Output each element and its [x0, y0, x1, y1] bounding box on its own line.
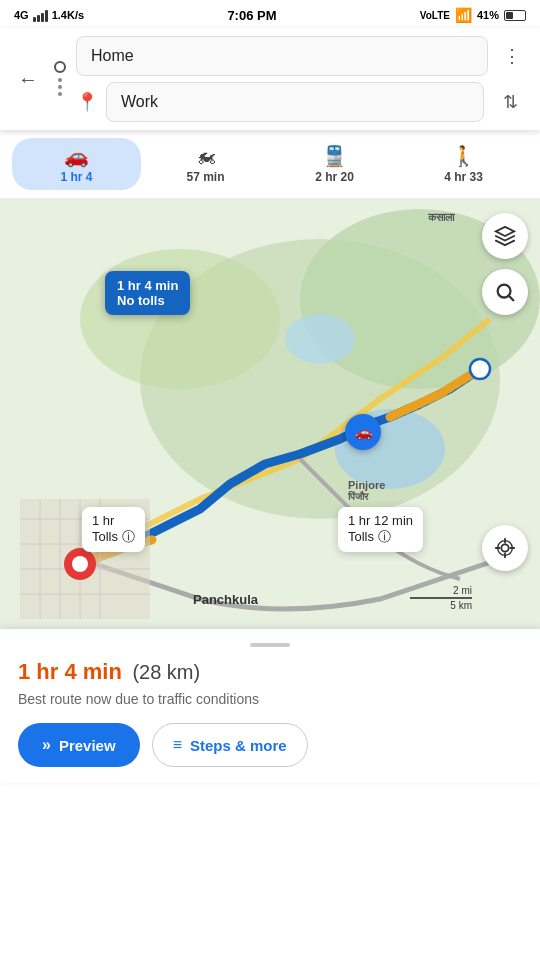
selected-route-bubble[interactable]: 1 hr 4 min No tolls: [105, 271, 190, 315]
svg-point-17: [470, 359, 490, 379]
transport-bar: 🚗 1 hr 4 🏍 57 min 🚆 2 hr 20 🚶 4 hr 33: [0, 130, 540, 199]
locate-me-button[interactable]: [482, 525, 528, 571]
svg-point-5: [285, 314, 355, 364]
signal-bars: [33, 9, 48, 22]
battery-percent: 41%: [477, 9, 499, 21]
preview-label: Preview: [59, 737, 116, 754]
wifi-icon: 📶: [455, 7, 472, 23]
transit-icon: 🚆: [322, 144, 347, 168]
status-bar: 4G 1.4K/s 7:06 PM VoLTE 📶 41%: [0, 0, 540, 28]
route-time: 1 hr 4 min: [18, 659, 122, 684]
steps-lines-icon: ≡: [173, 736, 182, 754]
action-buttons: » Preview ≡ Steps & more: [18, 723, 522, 767]
route-distance: (28 km): [132, 661, 200, 683]
transport-car[interactable]: 🚗 1 hr 4: [12, 138, 141, 190]
toll-route-1-line1: 1 hr: [92, 513, 135, 528]
bottom-handle: [250, 643, 290, 647]
layers-button[interactable]: [482, 213, 528, 259]
preview-chevron-icon: »: [42, 736, 51, 754]
motorcycle-time: 57 min: [186, 170, 224, 184]
walk-icon: 🚶: [451, 144, 476, 168]
svg-point-3: [80, 249, 280, 389]
route-summary: 1 hr 4 min (28 km): [18, 659, 522, 685]
car-time: 1 hr 4: [60, 170, 92, 184]
scale-mi: 2 mi: [453, 585, 472, 596]
map-car-label: 🚗: [345, 414, 381, 450]
svg-point-16: [72, 556, 88, 572]
status-left: 4G 1.4K/s: [14, 9, 84, 22]
search-icon: [494, 281, 516, 303]
to-input[interactable]: [106, 82, 484, 122]
map-svg: [0, 199, 540, 629]
map-area: 🚗 1 hr 4 min No tolls 1 hr Tolls ⓘ 1 hr …: [0, 199, 540, 629]
transit-time: 2 hr 20: [315, 170, 354, 184]
speed-label: 1.4K/s: [52, 9, 84, 21]
route-connector-dots: [58, 78, 62, 96]
map-search-button[interactable]: [482, 269, 528, 315]
map-car-icon: 🚗: [355, 424, 372, 440]
preview-button[interactable]: » Preview: [18, 723, 140, 767]
bottom-panel: 1 hr 4 min (28 km) Best route now due to…: [0, 629, 540, 783]
volte-label: VoLTE: [420, 10, 450, 21]
transport-motorcycle[interactable]: 🏍 57 min: [141, 139, 270, 190]
car-icon: 🚗: [64, 144, 89, 168]
steps-button[interactable]: ≡ Steps & more: [152, 723, 308, 767]
search-area: ← ⋮ 📍 ⇅: [0, 28, 540, 130]
origin-dot: [54, 61, 66, 73]
status-right: VoLTE 📶 41%: [420, 7, 526, 23]
locate-icon: [494, 537, 516, 559]
route-bubble-line1: 1 hr 4 min: [117, 278, 178, 293]
steps-label: Steps & more: [190, 737, 287, 754]
pinjore-label: Pinjore पिंजौर: [348, 479, 385, 503]
battery-icon: [504, 10, 526, 21]
scale-bar: 2 mi 5 km: [410, 585, 472, 611]
destination-pin-icon: 📍: [76, 91, 98, 113]
more-options-button[interactable]: ⋮: [496, 40, 528, 72]
walk-time: 4 hr 33: [444, 170, 483, 184]
svg-line-19: [509, 296, 514, 301]
scale-km: 5 km: [450, 600, 472, 611]
kasala-label: कसाला: [428, 211, 454, 224]
time-display: 7:06 PM: [227, 8, 276, 23]
toll-route-1[interactable]: 1 hr Tolls ⓘ: [82, 507, 145, 552]
transport-transit[interactable]: 🚆 2 hr 20: [270, 138, 399, 190]
route-bubble-line2: No tolls: [117, 293, 178, 308]
toll-route-2[interactable]: 1 hr 12 min Tolls ⓘ: [338, 507, 423, 552]
toll-route-2-line1: 1 hr 12 min: [348, 513, 413, 528]
toll-route-1-line2: Tolls ⓘ: [92, 528, 135, 546]
layers-icon: [494, 225, 516, 247]
svg-point-20: [501, 544, 508, 551]
search-row-from: ← ⋮ 📍 ⇅: [12, 36, 528, 122]
back-button[interactable]: ←: [12, 63, 44, 95]
panchkula-label: Panchkula: [193, 592, 258, 607]
from-input[interactable]: [76, 36, 488, 76]
swap-button[interactable]: ⇅: [492, 84, 528, 120]
transport-walk[interactable]: 🚶 4 hr 33: [399, 138, 528, 190]
input-rows: ⋮ 📍 ⇅: [76, 36, 528, 122]
route-description: Best route now due to traffic conditions: [18, 691, 522, 707]
motorcycle-icon: 🏍: [196, 145, 216, 168]
toll-route-2-line2: Tolls ⓘ: [348, 528, 413, 546]
network-label: 4G: [14, 9, 29, 21]
